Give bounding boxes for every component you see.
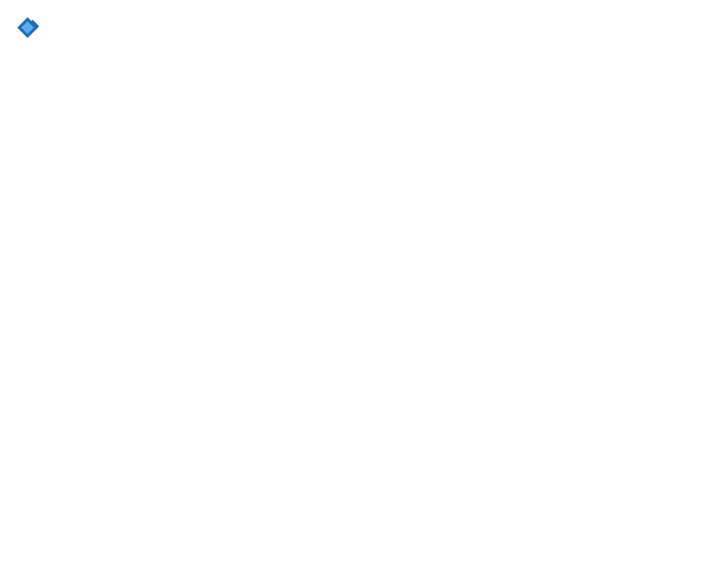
logo	[15, 15, 44, 40]
header	[15, 15, 713, 40]
logo-icon	[15, 15, 40, 40]
